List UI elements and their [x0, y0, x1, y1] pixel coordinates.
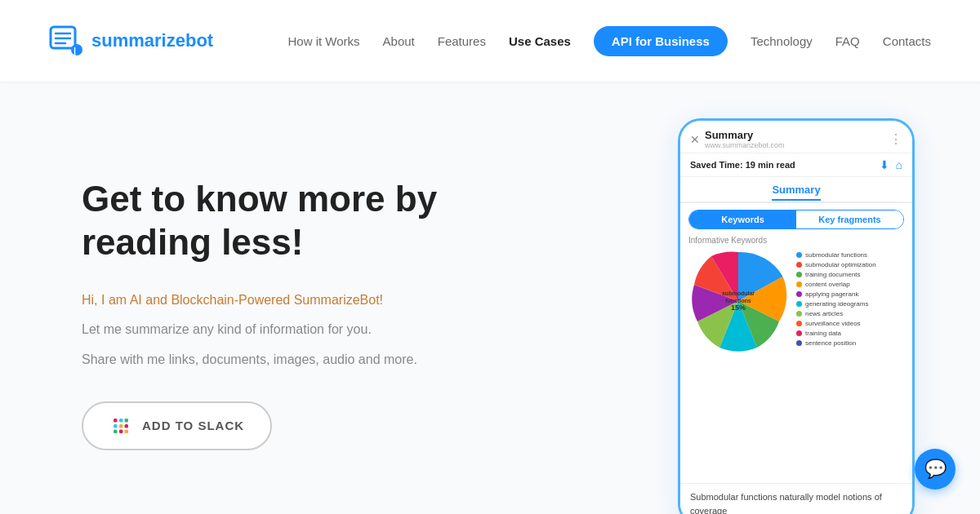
svg-text:submodular: submodular: [722, 290, 755, 296]
legend-dot: [796, 252, 802, 258]
svg-rect-10: [119, 424, 123, 428]
phone-url: www.summarizebot.com: [705, 141, 785, 149]
header: | summarizebot How it Works About Featur…: [0, 0, 980, 82]
legend-item: generating ideograms: [796, 300, 907, 308]
hero-left: Get to know more by reading less! Hi, I …: [82, 178, 437, 450]
legend-label: generating ideograms: [805, 300, 868, 308]
svg-rect-7: [119, 419, 123, 423]
saved-time-bar: Saved Time: 19 min read ⬇ ⌂: [680, 153, 912, 177]
svg-rect-13: [119, 429, 123, 433]
nav-faq[interactable]: FAQ: [835, 34, 860, 48]
phone-menu-icon[interactable]: ⋮: [889, 131, 902, 147]
legend-label: submodular functions: [805, 251, 867, 259]
legend-item: applying pagerank: [796, 290, 907, 298]
saved-time-text: Saved Time: 19 min read: [690, 160, 795, 170]
pie-area: submodular functions 15% submodular func…: [680, 248, 912, 483]
legend-item: surveillance videos: [796, 320, 907, 327]
slack-icon: [109, 414, 132, 437]
legend-item: news articles: [796, 310, 907, 317]
phone-bottom-text: Submodular functions naturally model not…: [680, 483, 912, 514]
svg-rect-12: [114, 429, 118, 433]
legend-item: training data: [796, 330, 907, 337]
nav-features[interactable]: Features: [438, 34, 486, 48]
slack-btn-label: ADD TO SLACK: [142, 419, 244, 432]
svg-text:|: |: [74, 46, 76, 55]
legend-dot: [796, 311, 802, 317]
phone-title: Summary: [705, 129, 785, 141]
legend-dot: [796, 272, 802, 277]
legend-label: news articles: [805, 310, 843, 317]
legend-label: surveillance videos: [805, 320, 861, 327]
logo-text: summarizebot: [91, 30, 213, 51]
legend-dot: [796, 321, 802, 326]
svg-rect-11: [125, 424, 129, 428]
legend-label: submodular optimization: [805, 261, 876, 268]
legend-item: sentence position: [796, 339, 907, 347]
svg-rect-14: [125, 429, 129, 433]
svg-rect-8: [125, 419, 129, 423]
phone-frame: ✕ Summary www.summarizebot.com ⋮ Saved T…: [678, 118, 915, 514]
keywords-tab[interactable]: Keywords: [689, 210, 796, 228]
svg-text:15%: 15%: [731, 304, 746, 312]
legend-dot: [796, 291, 802, 297]
legend-label: content overlap: [805, 281, 850, 288]
legend-label: training documents: [805, 271, 861, 278]
kw-tabs: Keywords Key fragments: [688, 210, 904, 229]
logo[interactable]: | summarizebot: [49, 25, 213, 56]
key-fragments-tab[interactable]: Key fragments: [796, 210, 903, 228]
pie-legend: submodular functions submodular optimiza…: [796, 248, 907, 483]
hero-subtext1: Hi, I am AI and Blockchain-Powered Summa…: [82, 289, 437, 312]
pie-chart: submodular functions 15%: [685, 248, 791, 354]
legend-item: submodular optimization: [796, 261, 907, 268]
info-kw-label: Informative Keywords: [680, 236, 912, 248]
chat-icon: 💬: [924, 459, 947, 480]
legend-dot: [796, 301, 802, 307]
nav-about[interactable]: About: [383, 34, 415, 48]
chat-bubble-button[interactable]: 💬: [915, 449, 956, 490]
svg-rect-6: [114, 419, 118, 423]
nav-contacts[interactable]: Contacts: [883, 34, 931, 48]
home-icon[interactable]: ⌂: [896, 158, 902, 171]
hero-subtext2: Let me summarize any kind of information…: [82, 318, 437, 342]
nav-api-business[interactable]: API for Business: [594, 26, 728, 56]
legend-dot: [796, 340, 802, 346]
hero-headline: Get to know more by reading less!: [82, 178, 437, 264]
legend-item: training documents: [796, 271, 907, 278]
main-nav: How it Works About Features Use Cases AP…: [287, 26, 931, 56]
svg-rect-9: [114, 424, 118, 428]
main-content: Get to know more by reading less! Hi, I …: [0, 82, 980, 514]
legend-label: applying pagerank: [805, 290, 858, 298]
legend-dot: [796, 262, 802, 268]
nav-use-cases[interactable]: Use Cases: [509, 34, 571, 48]
svg-text:functions: functions: [725, 298, 751, 304]
legend-label: training data: [805, 330, 841, 337]
summary-tab-bar: Summary: [680, 177, 912, 203]
legend-item: content overlap: [796, 281, 907, 288]
add-to-slack-button[interactable]: ADD TO SLACK: [82, 401, 272, 450]
phone-close-icon[interactable]: ✕: [690, 133, 700, 146]
legend-item: submodular functions: [796, 251, 907, 259]
legend-label: sentence position: [805, 339, 856, 347]
nav-how-it-works[interactable]: How it Works: [287, 34, 359, 48]
phone-mockup: ✕ Summary www.summarizebot.com ⋮ Saved T…: [523, 102, 915, 514]
hero-subtext3: Share with me links, documents, images, …: [82, 348, 437, 372]
nav-technology[interactable]: Technology: [751, 34, 813, 48]
summary-tab-label[interactable]: Summary: [772, 184, 820, 201]
legend-dot: [796, 281, 802, 287]
phone-topbar: ✕ Summary www.summarizebot.com ⋮: [680, 121, 912, 153]
download-icon[interactable]: ⬇: [880, 158, 889, 171]
legend-dot: [796, 330, 802, 336]
